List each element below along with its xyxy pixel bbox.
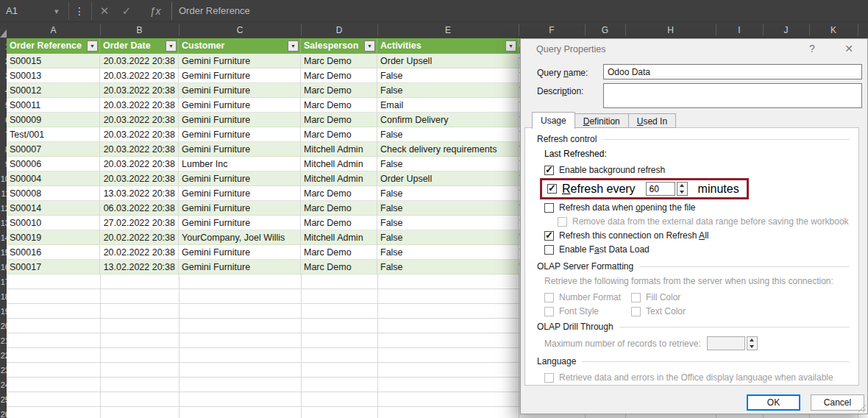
formula-bar-content[interactable]: Order Reference <box>179 0 250 22</box>
cell-customer[interactable]: Gemini Furniture <box>179 171 301 186</box>
cell-activities[interactable]: False <box>377 230 519 245</box>
cell-date[interactable]: 20.02.2022 20:38 <box>100 230 179 245</box>
row-header-11[interactable]: 11 <box>0 186 7 201</box>
more-options-icon[interactable]: ⋮ <box>72 0 87 22</box>
ok-button[interactable]: OK <box>747 394 800 411</box>
cell-date[interactable]: 13.02.2022 20:38 <box>100 260 179 274</box>
cell-ref[interactable]: S00014 <box>7 201 100 216</box>
row-header-7[interactable]: 7 <box>0 127 7 142</box>
cell-ref[interactable]: S00004 <box>7 171 100 186</box>
cell-activities[interactable]: False <box>377 216 519 230</box>
cell-customer[interactable]: Gemini Furniture <box>179 245 301 260</box>
cell-sales[interactable]: Marc Demo <box>301 216 377 230</box>
name-box[interactable]: A1 <box>6 0 18 22</box>
cell-ref[interactable]: S00013 <box>7 68 100 83</box>
row-header-18[interactable]: 18 <box>0 289 7 304</box>
cell-customer[interactable]: Gemini Furniture <box>179 216 301 230</box>
row-header-9[interactable]: 9 <box>0 157 7 171</box>
query-name-input[interactable] <box>603 64 862 79</box>
row-header-23[interactable]: 23 <box>0 363 7 378</box>
cell-customer[interactable]: Gemini Furniture <box>179 54 301 68</box>
cell-sales[interactable]: Marc Demo <box>301 245 377 260</box>
cell-date[interactable]: 27.02.2022 20:38 <box>100 216 179 230</box>
refresh-on-open-checkbox[interactable] <box>544 203 554 213</box>
cell-activities[interactable]: False <box>377 245 519 260</box>
filter-dropdown-icon[interactable]: ▼ <box>166 40 177 52</box>
filter-dropdown-icon[interactable]: ▼ <box>288 40 299 52</box>
fast-data-load-row[interactable]: Enable Fast Data Load <box>544 243 850 256</box>
table-header-activities[interactable]: Activities▼ <box>377 38 519 54</box>
cell-activities[interactable]: False <box>377 186 519 201</box>
cell-ref[interactable]: S00015 <box>7 54 100 68</box>
cell-date[interactable]: 20.03.2022 20:38 <box>100 113 179 127</box>
cancel-button[interactable]: Cancel <box>811 394 864 411</box>
tab-definition[interactable]: Definition <box>575 113 629 128</box>
cell-activities[interactable]: False <box>377 157 519 171</box>
cell-date[interactable]: 13.03.2022 20:38 <box>100 186 179 201</box>
cell-customer[interactable]: Gemini Furniture <box>179 142 301 157</box>
cell-ref[interactable]: S00008 <box>7 186 100 201</box>
refresh-interval-stepper[interactable] <box>677 182 688 196</box>
column-header-f[interactable]: F <box>519 22 585 38</box>
refresh-all-checkbox[interactable] <box>544 231 554 241</box>
cell-activities[interactable]: Email <box>377 98 519 113</box>
row-header-15[interactable]: 15 <box>0 245 7 260</box>
cell-sales[interactable]: Marc Demo <box>301 83 377 98</box>
close-icon[interactable]: ✕ <box>839 43 859 54</box>
row-header-14[interactable]: 14 <box>0 230 7 245</box>
cell-date[interactable]: 20.03.2022 20:38 <box>100 83 179 98</box>
cell-date[interactable]: 20.03.2022 20:38 <box>100 98 179 113</box>
cell-sales[interactable]: Marc Demo <box>301 127 377 142</box>
column-header-k[interactable]: K <box>809 22 858 38</box>
description-input[interactable] <box>603 83 862 108</box>
refresh-interval-input[interactable] <box>646 182 675 196</box>
cell-sales[interactable]: Mitchell Admin <box>301 142 377 157</box>
row-header-4[interactable]: 4 <box>0 83 7 98</box>
row-header-17[interactable]: 17 <box>0 274 7 289</box>
stepper-up-icon[interactable] <box>677 183 687 189</box>
cancel-entry-icon[interactable]: ✕ <box>96 0 113 22</box>
cell-date[interactable]: 20.03.2022 20:38 <box>100 171 179 186</box>
cell-sales[interactable]: Marc Demo <box>301 186 377 201</box>
table-header-date[interactable]: Order Date▼ <box>100 38 179 54</box>
cell-activities[interactable]: False <box>377 260 519 274</box>
cell-activities[interactable]: Confirm Delivery <box>377 113 519 127</box>
row-header-2[interactable]: 2 <box>0 54 7 68</box>
cell-ref[interactable]: Test/001 <box>7 127 100 142</box>
row-header-26[interactable]: 26 <box>0 407 7 418</box>
cell-activities[interactable]: False <box>377 83 519 98</box>
cell-customer[interactable]: YourCompany, Joel Willis <box>179 230 301 245</box>
cell-ref[interactable]: S00017 <box>7 260 100 274</box>
cell-activities[interactable]: Check delivery requirements <box>377 142 519 157</box>
cell-ref[interactable]: S00010 <box>7 216 100 230</box>
column-header-e[interactable]: E <box>377 22 519 38</box>
cell-customer[interactable]: Gemini Furniture <box>179 113 301 127</box>
cell-activities[interactable]: False <box>377 127 519 142</box>
cell-activities[interactable]: Order Upsell <box>377 54 519 68</box>
cell-sales[interactable]: Marc Demo <box>301 113 377 127</box>
column-header-j[interactable]: J <box>763 22 809 38</box>
cell-sales[interactable]: Mitchell Admin <box>301 157 377 171</box>
cell-ref[interactable]: S00007 <box>7 142 100 157</box>
filter-dropdown-icon[interactable]: ▼ <box>364 40 375 52</box>
row-header-10[interactable]: 10 <box>0 171 7 186</box>
cell-customer[interactable]: Gemini Furniture <box>179 260 301 274</box>
cell-date[interactable]: 06.03.2022 20:38 <box>100 201 179 216</box>
confirm-entry-icon[interactable]: ✓ <box>118 0 135 22</box>
stepper-down-icon[interactable] <box>677 189 687 196</box>
cell-date[interactable]: 20.03.2022 20:38 <box>100 142 179 157</box>
table-header-ref[interactable]: Order Reference▼ <box>7 38 100 54</box>
tab-usage[interactable]: Usage <box>532 112 575 129</box>
refresh-all-row[interactable]: Refresh this connection on Refresh All <box>544 229 850 242</box>
cell-sales[interactable]: Marc Demo <box>301 260 377 274</box>
cell-activities[interactable]: False <box>377 68 519 83</box>
cell-ref[interactable]: S00019 <box>7 230 100 245</box>
table-header-customer[interactable]: Customer▼ <box>179 38 301 54</box>
column-header-g[interactable]: G <box>585 22 625 38</box>
help-icon[interactable]: ? <box>802 43 822 54</box>
row-header-12[interactable]: 12 <box>0 201 7 216</box>
row-header-8[interactable]: 8 <box>0 142 7 157</box>
insert-function-icon[interactable]: ƒx <box>146 0 165 22</box>
row-header-22[interactable]: 22 <box>0 348 7 363</box>
enable-background-refresh-row[interactable]: Enable background refresh <box>544 163 850 177</box>
